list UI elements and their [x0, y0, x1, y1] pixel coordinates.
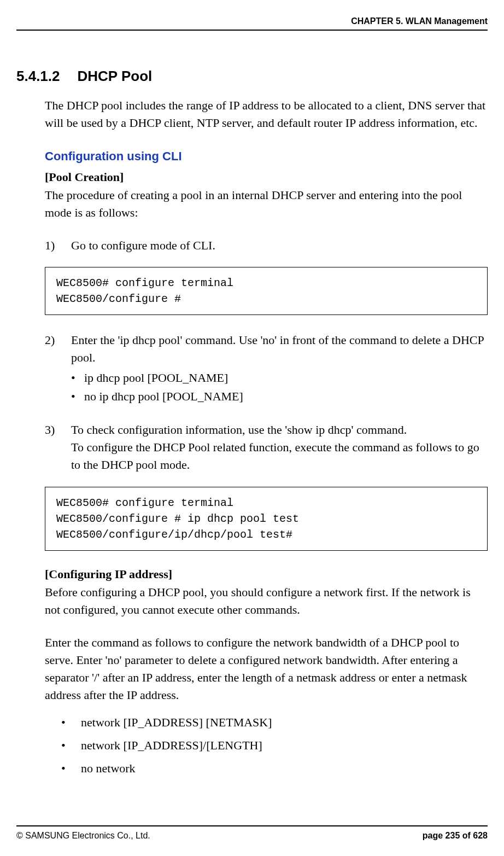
chapter-label: CHAPTER 5. WLAN Management — [351, 16, 488, 26]
config-ip-label: [Configuring IP address] — [16, 567, 488, 581]
config-ip-bullets: •network [IP_ADDRESS] [NETMASK] •network… — [16, 711, 488, 779]
code-block-2: WEC8500# configure terminal WEC8500/conf… — [45, 487, 488, 551]
step-1-num: 1) — [45, 237, 71, 254]
page-number: page 235 of 628 — [423, 831, 488, 841]
config-ip-desc2: Enter the command as follows to configur… — [16, 634, 488, 704]
bullet-text: no ip dhcp pool [POOL_NAME] — [84, 389, 243, 403]
cli-heading: Configuration using CLI — [16, 149, 488, 164]
copyright: © SAMSUNG Electronics Co., Ltd. — [16, 831, 150, 841]
bullet-icon: • — [61, 734, 81, 757]
list-item: •network [IP_ADDRESS]/[LENGTH] — [61, 734, 488, 757]
step-3-text: To check configuration information, use … — [71, 421, 484, 474]
bullet-text: ip dhcp pool [POOL_NAME] — [84, 371, 228, 385]
list-item: •no network — [61, 757, 488, 780]
list-item: •ip dhcp pool [POOL_NAME] — [71, 369, 488, 387]
step-1: 1)Go to configure mode of CLI. — [16, 237, 488, 254]
list-item: •network [IP_ADDRESS] [NETMASK] — [61, 711, 488, 734]
config-ip-desc1: Before configuring a DHCP pool, you shou… — [16, 584, 488, 619]
step-2-num: 2) — [45, 331, 71, 349]
step-2: 2)Enter the 'ip dhcp pool' command. Use … — [16, 331, 488, 366]
bullet-icon: • — [71, 369, 84, 387]
section-intro: The DHCP pool includes the range of IP a… — [16, 97, 488, 132]
step-2-text: Enter the 'ip dhcp pool' command. Use 'n… — [71, 331, 484, 366]
code-block-1: WEC8500# configure terminal WEC8500/conf… — [45, 267, 488, 315]
bullet-text: no network — [81, 761, 136, 775]
step-2-bullets: •ip dhcp pool [POOL_NAME] •no ip dhcp po… — [16, 369, 488, 406]
page-content: 5.4.1.2DHCP Pool The DHCP pool includes … — [16, 68, 488, 825]
step-1-text: Go to configure mode of CLI. — [71, 237, 484, 254]
bullet-icon: • — [61, 757, 81, 780]
section-title: DHCP Pool — [78, 68, 153, 84]
page-header: CHAPTER 5. WLAN Management — [16, 16, 488, 31]
step-3-num: 3) — [45, 421, 71, 439]
page-footer: © SAMSUNG Electronics Co., Ltd. page 235… — [16, 825, 488, 841]
list-item: •no ip dhcp pool [POOL_NAME] — [71, 387, 488, 406]
step-3: 3)To check configuration information, us… — [16, 421, 488, 474]
section-number: 5.4.1.2 — [16, 68, 60, 84]
pool-creation-label: [Pool Creation] — [16, 170, 488, 184]
pool-creation-desc: The procedure of creating a pool in an i… — [16, 187, 488, 222]
bullet-text: network [IP_ADDRESS] [NETMASK] — [81, 715, 272, 729]
bullet-icon: • — [61, 711, 81, 734]
bullet-icon: • — [71, 387, 84, 406]
bullet-text: network [IP_ADDRESS]/[LENGTH] — [81, 738, 262, 752]
section-heading: 5.4.1.2DHCP Pool — [16, 68, 488, 85]
